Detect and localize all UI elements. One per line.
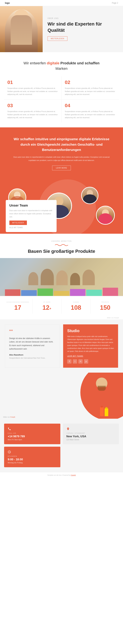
works-label: UNSERE ARBEITEN	[0, 240, 123, 242]
stat-clients-num: 108	[71, 304, 81, 311]
quote-author-name: Alice Rawsthorn	[9, 354, 56, 356]
stat-clients-label: KUNDEN	[62, 301, 90, 303]
studio-text: Nibh tortor id aliquet lectus proin nibh…	[67, 335, 114, 353]
stat-projects: PROJEKTE 150	[91, 299, 120, 314]
quote-author-title: Designkritikerin der International New Y…	[9, 357, 45, 359]
quote-studio-section: ““ Design ist eine der stärksten Kräfte …	[0, 320, 123, 372]
orange-text: Duis aute irure dolor in reprehenderit i…	[11, 156, 112, 162]
hero-title: Wir sind die Experten für Qualität	[48, 21, 118, 34]
stat-projects-num: 150	[100, 304, 110, 311]
stat-projects-label: PROJEKTE	[92, 301, 119, 303]
location-icon	[66, 427, 116, 431]
contact-hours: STUNDEN 9:00 - 18:00 Montag bis Freitag	[4, 447, 60, 467]
quote-author: Alice Rawsthorn Designkritikerin der Int…	[9, 354, 56, 359]
contact-location-title: New York, USA	[66, 435, 116, 438]
card-04: 04 Suspendisse ornare gravida elit, ut f…	[62, 100, 119, 122]
studio-title: Studio	[67, 328, 114, 333]
team-avatars-area: Unser Team Duis aute irure dolor in repr…	[3, 184, 120, 234]
contact-call-text: Mon-Fri 9am-6pm	[8, 438, 57, 440]
stat-years-suffix: +	[49, 307, 51, 310]
stats-section: AUSZEICHNUNGEN GEWONNEN 17 SP JAHRE 12 +…	[0, 296, 123, 316]
card-num-1: 01	[7, 80, 58, 85]
quote-box: ““ Design ist eine der stärksten Kräfte …	[5, 324, 60, 368]
team-text: Duis aute irure dolor in reprehenderit i…	[9, 209, 53, 218]
stat-awards-num: 17	[14, 304, 21, 311]
cards-grid: 01 Suspendisse ornare gravida elit, ut f…	[0, 76, 123, 128]
tagline-title: Wir entwerfen digitale Produkte und scha…	[11, 60, 112, 71]
hero-image	[0, 6, 43, 52]
team-section: Unser Team Duis aute irure dolor in repr…	[0, 180, 123, 234]
photo-credit-2: Bilder von Freepik	[3, 416, 15, 418]
clock-icon	[8, 450, 57, 454]
team-card: Unser Team Duis aute irure dolor in repr…	[6, 200, 57, 232]
tagline-products: Produkte	[59, 61, 76, 65]
stat-awards-label: AUSZEICHNUNGEN GEWONNEN	[4, 301, 31, 303]
stat-clients: KUNDEN 108	[62, 299, 91, 314]
card-text-1: Suspendisse ornare gravida elit, ut fini…	[7, 87, 58, 96]
orange-title: Wir schaffen intuitive und einprägsame d…	[11, 136, 112, 152]
contact-hours-label: STUNDEN	[8, 456, 57, 457]
photo-credit-1: Bilder von Freepik	[0, 316, 123, 320]
card-num-3: 03	[7, 103, 58, 108]
quote-icon: ““	[9, 329, 56, 334]
social-twitter[interactable]: t	[73, 359, 77, 364]
orange-section: Wir schaffen intuitive und einprägsame d…	[0, 128, 123, 180]
tagline-highlight: digitale	[47, 61, 59, 65]
studio-box: Studio Nibh tortor id aliquet lectus pro…	[63, 324, 118, 368]
hero-readmore-button[interactable]: WEITERLESEN	[48, 36, 67, 41]
contact-location-label: <SPAN> STANDORT	[66, 432, 116, 434]
stat-awards: AUSZEICHNUNGEN GEWONNEN 17	[3, 299, 32, 314]
card-num-4: 04	[65, 103, 116, 108]
stat-years: SP JAHRE 12 +	[32, 299, 62, 314]
bottles-decoration	[100, 407, 108, 416]
social-facebook[interactable]: f	[67, 359, 71, 364]
card-02: 02 Suspendisse ornare gravida elit, ut f…	[62, 76, 119, 100]
hero-content: ÜBER UNS Wir sind die Experten für Quali…	[43, 6, 123, 52]
works-title: Bauen Sie großartige Produkte	[0, 249, 123, 254]
studio-social: f t in p	[67, 359, 114, 364]
contact-empty	[63, 447, 119, 467]
card-03: 03 Suspendisse ornare gravida elit, ut f…	[4, 100, 62, 122]
social-linkedin[interactable]: in	[78, 359, 83, 364]
phone-icon	[8, 427, 57, 431]
card-01: 01 Suspendisse ornare gravida elit, ut f…	[4, 76, 62, 100]
contact-location: <SPAN> STANDORT New York, USA 123 Main S…	[63, 424, 119, 444]
card-num-2: 02	[65, 80, 116, 85]
studio-link[interactable]: LEHR MIT TEAMS	[67, 355, 114, 357]
tagline-rest: und schaffen	[76, 61, 100, 65]
quote-text: Design ist eine der stärksten Kräfte in …	[9, 337, 56, 351]
team-btn[interactable]: MITGLIEDER	[9, 220, 27, 225]
card-text-3: Suspendisse ornare gravida elit, ut fini…	[7, 110, 58, 119]
avatar-3	[81, 187, 98, 204]
contact-call-title: +14 9879 789	[8, 435, 57, 438]
works-image	[0, 258, 123, 296]
footer-link[interactable]: Freepik	[71, 474, 76, 476]
bottom-person-section: Bilder von Freepik	[0, 372, 123, 419]
tagline-section: Wir entwerfen digitale Produkte und scha…	[0, 52, 123, 76]
contact-call-label: CALL US	[8, 432, 57, 434]
stat-years-label: SP JAHRE	[33, 301, 61, 303]
contact-call: CALL US +14 9879 789 Mon-Fri 9am-6pm	[4, 424, 60, 444]
wave-icon	[55, 244, 68, 247]
contact-hours-title: 9:00 - 18:00	[8, 458, 57, 461]
card-text-4: Suspendisse ornare gravida elit, ut fini…	[65, 110, 116, 119]
avatar-4	[96, 206, 115, 225]
header: logo Page 2	[0, 0, 123, 6]
wave-decoration	[0, 244, 123, 247]
hero-label: ÜBER UNS	[48, 18, 118, 19]
hero-section: ÜBER UNS Wir sind die Experten für Quali…	[0, 6, 123, 52]
footer-text: Template von der box | Powered by	[47, 474, 71, 476]
page-number: Page 2	[112, 2, 118, 4]
social-pinterest[interactable]: p	[84, 359, 88, 364]
logo: logo	[5, 2, 10, 4]
card-text-2: Suspendisse ornare gravida elit, ut fini…	[65, 87, 116, 96]
contact-location-text: 123 Main Street	[66, 438, 116, 440]
works-section: UNSERE ARBEITEN Bauen Sie großartige Pro…	[0, 234, 123, 296]
contact-hours-text: Montag bis Freitag	[8, 462, 57, 464]
orange-btn[interactable]: LEHR MORE	[52, 166, 71, 170]
team-all-link[interactable]: ALLE MIT TEAMS	[9, 227, 53, 228]
stat-years-num: 12	[43, 304, 49, 311]
team-title: Unser Team	[9, 204, 53, 207]
footer: Template von der box | Powered by Freepi…	[0, 472, 123, 478]
contact-section: CALL US +14 9879 789 Mon-Fri 9am-6pm <SP…	[0, 419, 123, 472]
